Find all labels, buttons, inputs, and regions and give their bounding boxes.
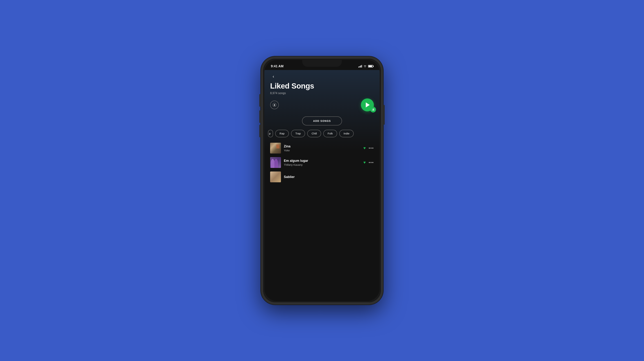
genre-tag-label-rap: Rap xyxy=(280,132,284,135)
shuffle-icon xyxy=(372,108,374,111)
status-icons xyxy=(358,65,373,67)
genre-tag-rap[interactable]: Rap xyxy=(275,130,289,137)
song-info-zina: Zina Yoke xyxy=(284,144,360,152)
song-title-zina: Zina xyxy=(284,144,360,148)
add-songs-section: ADD SONGS xyxy=(264,111,380,125)
back-button[interactable]: ‹ xyxy=(270,73,276,80)
song-list: Zina Yoke ♥ ••• xyxy=(264,137,380,184)
song-item-em-algum-lugar[interactable]: Em algum lugar Thifany Kauany ♥ ••• xyxy=(264,155,380,170)
genre-tag-folk[interactable]: Folk xyxy=(323,130,337,137)
genre-tag-label-folk: Folk xyxy=(328,132,333,135)
status-time: 9:41 AM xyxy=(271,64,284,68)
song-title-em-algum-lugar: Em algum lugar xyxy=(284,159,360,163)
download-button[interactable] xyxy=(270,101,279,109)
shuffle-button[interactable] xyxy=(370,107,376,112)
liked-icon-zina[interactable]: ♥ xyxy=(364,146,366,150)
signal-icon xyxy=(358,65,362,67)
title-section: Liked Songs 8,974 songs xyxy=(264,80,380,95)
battery-icon xyxy=(368,65,373,67)
genre-tag-indie[interactable]: Indie xyxy=(339,130,354,137)
song-artist-em-algum-lugar: Thifany Kauany xyxy=(284,163,360,166)
page-background: 9:41 AM xyxy=(0,0,644,361)
more-options-zina[interactable]: ••• xyxy=(369,146,374,150)
phone-notch xyxy=(302,60,342,67)
artwork-em-algum-lugar xyxy=(270,157,281,168)
header: ‹ xyxy=(264,70,380,80)
wifi-icon xyxy=(364,65,367,67)
genre-tag-label-chill: Chill xyxy=(312,132,317,135)
song-item-zina[interactable]: Zina Yoke ♥ ••• xyxy=(264,141,380,155)
artwork-sablier xyxy=(270,171,281,182)
genre-tag-label-trap: Trap xyxy=(295,132,301,135)
genre-tag-trap[interactable]: Trap xyxy=(291,130,305,137)
phone-device: 9:41 AM xyxy=(261,56,383,305)
playlist-title: Liked Songs xyxy=(270,82,374,90)
add-songs-button[interactable]: ADD SONGS xyxy=(302,116,342,125)
controls-row xyxy=(264,95,380,111)
app-content: ‹ Liked Songs 8,974 songs xyxy=(264,70,380,301)
song-title-sablier: Sablier xyxy=(284,175,374,179)
song-artist-zina: Yoke xyxy=(284,149,360,152)
back-icon: ‹ xyxy=(273,74,274,79)
song-count: 8,974 songs xyxy=(270,92,374,95)
genre-tag-chill[interactable]: Chill xyxy=(307,130,321,137)
genre-tag-partial[interactable]: p xyxy=(268,130,273,137)
liked-icon-em-algum-lugar[interactable]: ♥ xyxy=(364,160,366,165)
phone-screen: 9:41 AM xyxy=(264,60,380,301)
play-shuffle-group xyxy=(361,98,374,111)
song-item-sablier[interactable]: Sablier xyxy=(264,170,380,184)
artwork-zina xyxy=(270,143,281,153)
song-actions-em-algum-lugar: ♥ ••• xyxy=(364,160,374,165)
song-info-em-algum-lugar: Em algum lugar Thifany Kauany xyxy=(284,159,360,166)
genre-tags-row: p Rap Trap Chill Folk xyxy=(264,125,380,137)
genre-tag-label-indie: Indie xyxy=(344,132,350,135)
song-info-sablier: Sablier xyxy=(284,175,374,179)
add-songs-label: ADD SONGS xyxy=(313,119,331,122)
download-icon xyxy=(272,103,276,107)
genre-tag-label-partial: p xyxy=(269,132,270,135)
phone-frame: 9:41 AM xyxy=(261,56,383,305)
play-icon xyxy=(366,102,370,107)
song-actions-zina: ♥ ••• xyxy=(364,146,374,150)
more-options-em-algum-lugar[interactable]: ••• xyxy=(369,160,374,165)
